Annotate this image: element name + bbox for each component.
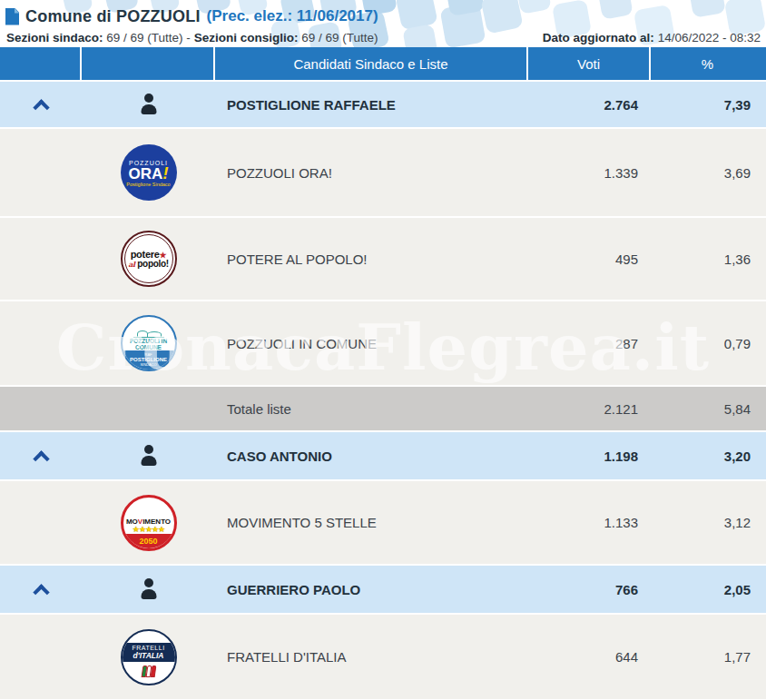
party-logo-fratelli-ditalia-icon: FRATELLI d'ITALIA — [121, 629, 177, 685]
votes-value: 1.339 — [528, 165, 651, 181]
list-name: POZZUOLI ORA! — [215, 165, 528, 181]
logo-text: ! — [162, 163, 168, 182]
candidate-name: GUERRIERO PAOLO — [215, 582, 528, 597]
party-logo-pozzuoli-in-comune-icon: POZZUOLI IN COMUNE RAF POSTIGLIONE SINDA… — [121, 315, 177, 371]
landscape-sketch-icon — [133, 330, 164, 338]
logo-text: al — [128, 260, 135, 269]
candidate-name: POSTIGLIONE RAFFAELE — [215, 97, 528, 113]
sections-council-value: 69 / 69 (Tutte) — [301, 31, 378, 44]
logo-text: Postiglione Sindaco — [126, 182, 170, 187]
candidate-row-guerriero[interactable]: GUERRIERO PAOLO 766 2,05 — [0, 566, 766, 613]
percent-value: 1,77 — [651, 649, 766, 665]
sections-mayor-label: Sezioni sindaco: — [6, 31, 103, 44]
logo-text: d'ITALIA — [133, 652, 164, 660]
logo-band: 2050 — [123, 534, 174, 548]
logo-text: POZZUOLI IN — [130, 338, 167, 344]
sections-mayor-value: 69 / 69 (Tutte) — [106, 31, 182, 44]
person-icon — [139, 94, 159, 115]
person-icon — [139, 578, 159, 600]
list-row-pozzuoli-ora[interactable]: POZZUOLI ORA! Postiglione Sindaco POZZUO… — [0, 129, 766, 216]
results-table: Candidati Sindaco e Liste Voti % POSTIGL… — [0, 47, 766, 699]
percent-value: 3,20 — [651, 449, 766, 464]
list-name: POZZUOLI IN COMUNE — [215, 336, 528, 351]
page-title: Comune di POZZUOLI — [25, 7, 201, 26]
votes-value: 2.121 — [528, 401, 651, 417]
header-expand-column — [0, 47, 82, 80]
logo-text: potere — [131, 249, 160, 260]
logo-text: SINDACO — [140, 363, 156, 367]
percent-value: 1,36 — [651, 251, 766, 267]
logo-text: popolo! — [137, 259, 169, 269]
last-updated-value: 14/06/2022 - 08:32 — [658, 31, 761, 44]
table-header-row: Candidati Sindaco e Liste Voti % — [0, 47, 766, 80]
party-logo-movimento-5-stelle-icon: MOVIMENTO ★★★★★ 2050 — [121, 495, 177, 551]
percent-value: 0,79 — [651, 336, 766, 351]
logo-text: COMUNE — [135, 344, 162, 350]
party-logo-potere-al-popolo-icon: potere★ al popolo! — [121, 231, 177, 287]
votes-value: 287 — [528, 336, 651, 351]
separator-dash: - — [186, 31, 191, 44]
percent-value: 2,05 — [651, 582, 766, 597]
header-percent-column: % — [651, 47, 764, 80]
document-icon — [5, 8, 19, 25]
percent-value: 7,39 — [651, 97, 766, 113]
votes-value: 766 — [528, 582, 651, 597]
header-logo-column — [82, 47, 215, 80]
percent-value: 5,84 — [651, 401, 766, 417]
election-results-page: Comune di POZZUOLI (Prec. elez.: 11/06/2… — [0, 0, 766, 700]
previous-election-note: (Prec. elez.: 11/06/2017) — [207, 7, 378, 25]
totals-label: Totale liste — [215, 401, 528, 417]
last-updated-label: Dato aggiornato al: — [543, 31, 654, 44]
list-row-movimento-5-stelle[interactable]: MOVIMENTO ★★★★★ 2050 MOVIMENTO 5 STELLE … — [0, 481, 766, 564]
sections-summary: Sezioni sindaco: 69 / 69 (Tutte) - Sezio… — [6, 31, 378, 44]
list-row-pozzuoli-in-comune[interactable]: POZZUOLI IN COMUNE RAF POSTIGLIONE SINDA… — [0, 301, 766, 385]
chevron-up-icon[interactable] — [33, 584, 49, 600]
list-name: MOVIMENTO 5 STELLE — [215, 515, 528, 530]
party-logo-pozzuoli-ora-icon: POZZUOLI ORA! Postiglione Sindaco — [121, 144, 177, 201]
totals-row: Totale liste 2.121 5,84 — [0, 387, 766, 430]
votes-value: 1.133 — [528, 515, 651, 530]
candidate-row-caso[interactable]: CASO ANTONIO 1.198 3,20 — [0, 432, 766, 479]
votes-value: 2.764 — [528, 97, 651, 113]
candidate-row-postiglione[interactable]: POSTIGLIONE RAFFAELE 2.764 7,39 — [0, 82, 766, 127]
person-icon — [139, 445, 159, 467]
list-name: POTERE AL POPOLO! — [215, 251, 528, 267]
logo-band: FRATELLI d'ITALIA — [123, 643, 175, 662]
star-icon: ★ — [160, 251, 167, 260]
candidate-name: CASO ANTONIO — [215, 449, 528, 464]
percent-value: 3,12 — [651, 515, 766, 530]
last-updated: Dato aggiornato al: 14/06/2022 - 08:32 — [543, 31, 761, 44]
sections-council-label: Sezioni consiglio: — [194, 31, 299, 44]
votes-value: 495 — [528, 251, 651, 267]
tricolor-flame-icon — [142, 665, 155, 677]
chevron-up-icon[interactable] — [33, 99, 49, 115]
header-votes-column: Voti — [528, 47, 651, 80]
chevron-up-icon[interactable] — [33, 450, 49, 467]
logo-text: ORA — [128, 165, 162, 182]
logo-band: RAF POSTIGLIONE SINDACO — [123, 350, 175, 370]
list-name: FRATELLI D'ITALIA — [215, 649, 528, 665]
list-row-fratelli-ditalia[interactable]: FRATELLI d'ITALIA FRATELLI D'ITALIA 644 … — [0, 615, 766, 699]
header-candidates-column: Candidati Sindaco e Liste — [215, 47, 528, 80]
percent-value: 3,69 — [651, 165, 766, 181]
votes-value: 1.198 — [528, 449, 651, 464]
page-header: Comune di POZZUOLI (Prec. elez.: 11/06/2… — [0, 0, 766, 47]
five-stars-icon: ★★★★★ — [133, 526, 164, 534]
list-row-potere-al-popolo[interactable]: potere★ al popolo! POTERE AL POPOLO! 495… — [0, 218, 766, 300]
votes-value: 644 — [528, 649, 651, 665]
